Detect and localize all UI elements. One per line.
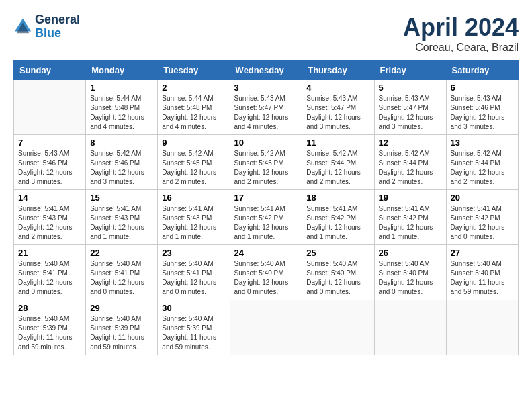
- day-number: 30: [162, 303, 225, 313]
- logo: General Blue: [13, 13, 80, 40]
- day-info: Sunrise: 5:43 AMSunset: 5:46 PMDaylight:…: [451, 94, 514, 132]
- day-header-tuesday: Tuesday: [158, 61, 230, 80]
- day-info: Sunrise: 5:40 AMSunset: 5:40 PMDaylight:…: [379, 259, 442, 297]
- logo-icon: [13, 17, 32, 36]
- day-cell: 2Sunrise: 5:44 AMSunset: 5:48 PMDaylight…: [158, 80, 230, 135]
- day-header-sunday: Sunday: [14, 61, 86, 80]
- day-cell: [302, 300, 374, 355]
- week-row-2: 7Sunrise: 5:43 AMSunset: 5:46 PMDaylight…: [14, 135, 519, 190]
- day-number: 23: [162, 248, 225, 258]
- day-cell: 1Sunrise: 5:44 AMSunset: 5:48 PMDaylight…: [86, 80, 158, 135]
- day-number: 11: [306, 138, 369, 148]
- day-number: 12: [379, 138, 442, 148]
- page-header: General Blue April 2024 Coreau, Ceara, B…: [13, 13, 519, 54]
- day-number: 27: [451, 248, 514, 258]
- day-info: Sunrise: 5:42 AMSunset: 5:44 PMDaylight:…: [379, 149, 442, 187]
- day-cell: 27Sunrise: 5:40 AMSunset: 5:40 PMDayligh…: [446, 245, 518, 300]
- day-number: 16: [162, 193, 225, 203]
- week-row-5: 28Sunrise: 5:40 AMSunset: 5:39 PMDayligh…: [14, 300, 519, 355]
- location: Coreau, Ceara, Brazil: [403, 42, 519, 54]
- week-row-3: 14Sunrise: 5:41 AMSunset: 5:43 PMDayligh…: [14, 190, 519, 245]
- logo-text-blue: Blue: [35, 27, 80, 40]
- day-header-thursday: Thursday: [302, 61, 374, 80]
- day-number: 15: [90, 193, 153, 203]
- day-number: 29: [90, 303, 153, 313]
- day-number: 6: [451, 83, 514, 93]
- day-number: 24: [234, 248, 298, 258]
- day-info: Sunrise: 5:41 AMSunset: 5:43 PMDaylight:…: [18, 204, 81, 242]
- day-info: Sunrise: 5:43 AMSunset: 5:47 PMDaylight:…: [379, 94, 442, 132]
- day-cell: 14Sunrise: 5:41 AMSunset: 5:43 PMDayligh…: [14, 190, 86, 245]
- day-cell: 13Sunrise: 5:42 AMSunset: 5:44 PMDayligh…: [446, 135, 518, 190]
- day-info: Sunrise: 5:44 AMSunset: 5:48 PMDaylight:…: [90, 94, 153, 132]
- day-cell: 18Sunrise: 5:41 AMSunset: 5:42 PMDayligh…: [302, 190, 374, 245]
- week-row-4: 21Sunrise: 5:40 AMSunset: 5:41 PMDayligh…: [14, 245, 519, 300]
- day-info: Sunrise: 5:41 AMSunset: 5:43 PMDaylight:…: [162, 204, 225, 242]
- title-block: April 2024 Coreau, Ceara, Brazil: [403, 13, 519, 54]
- day-info: Sunrise: 5:41 AMSunset: 5:42 PMDaylight:…: [234, 204, 298, 242]
- day-cell: 5Sunrise: 5:43 AMSunset: 5:47 PMDaylight…: [374, 80, 446, 135]
- day-number: 21: [18, 248, 81, 258]
- day-cell: 20Sunrise: 5:41 AMSunset: 5:42 PMDayligh…: [446, 190, 518, 245]
- day-header-monday: Monday: [86, 61, 158, 80]
- day-cell: 22Sunrise: 5:40 AMSunset: 5:41 PMDayligh…: [86, 245, 158, 300]
- day-info: Sunrise: 5:41 AMSunset: 5:43 PMDaylight:…: [90, 204, 153, 242]
- day-cell: 24Sunrise: 5:40 AMSunset: 5:40 PMDayligh…: [230, 245, 302, 300]
- day-cell: 29Sunrise: 5:40 AMSunset: 5:39 PMDayligh…: [86, 300, 158, 355]
- day-info: Sunrise: 5:40 AMSunset: 5:40 PMDaylight:…: [306, 259, 369, 297]
- day-cell: [446, 300, 518, 355]
- month-title: April 2024: [403, 13, 519, 42]
- day-number: 9: [162, 138, 225, 148]
- day-cell: 7Sunrise: 5:43 AMSunset: 5:46 PMDaylight…: [14, 135, 86, 190]
- day-number: 18: [306, 193, 369, 203]
- day-info: Sunrise: 5:40 AMSunset: 5:41 PMDaylight:…: [18, 259, 81, 297]
- day-cell: [374, 300, 446, 355]
- header-row: SundayMondayTuesdayWednesdayThursdayFrid…: [14, 61, 519, 80]
- day-info: Sunrise: 5:44 AMSunset: 5:48 PMDaylight:…: [162, 94, 225, 132]
- day-cell: 19Sunrise: 5:41 AMSunset: 5:42 PMDayligh…: [374, 190, 446, 245]
- day-info: Sunrise: 5:43 AMSunset: 5:47 PMDaylight:…: [306, 94, 369, 132]
- day-cell: 25Sunrise: 5:40 AMSunset: 5:40 PMDayligh…: [302, 245, 374, 300]
- day-number: 8: [90, 138, 153, 148]
- day-number: 22: [90, 248, 153, 258]
- day-cell: 16Sunrise: 5:41 AMSunset: 5:43 PMDayligh…: [158, 190, 230, 245]
- day-cell: 8Sunrise: 5:42 AMSunset: 5:46 PMDaylight…: [86, 135, 158, 190]
- day-number: 25: [306, 248, 369, 258]
- day-info: Sunrise: 5:40 AMSunset: 5:40 PMDaylight:…: [451, 259, 514, 297]
- day-info: Sunrise: 5:42 AMSunset: 5:44 PMDaylight:…: [451, 149, 514, 187]
- day-cell: 21Sunrise: 5:40 AMSunset: 5:41 PMDayligh…: [14, 245, 86, 300]
- day-number: 13: [451, 138, 514, 148]
- day-number: 28: [18, 303, 81, 313]
- day-number: 5: [379, 83, 442, 93]
- day-cell: 4Sunrise: 5:43 AMSunset: 5:47 PMDaylight…: [302, 80, 374, 135]
- day-number: 2: [162, 83, 225, 93]
- day-info: Sunrise: 5:42 AMSunset: 5:44 PMDaylight:…: [306, 149, 369, 187]
- week-row-1: 1Sunrise: 5:44 AMSunset: 5:48 PMDaylight…: [14, 80, 519, 135]
- day-cell: 30Sunrise: 5:40 AMSunset: 5:39 PMDayligh…: [158, 300, 230, 355]
- day-info: Sunrise: 5:40 AMSunset: 5:41 PMDaylight:…: [162, 259, 225, 297]
- day-number: 17: [234, 193, 298, 203]
- day-info: Sunrise: 5:42 AMSunset: 5:45 PMDaylight:…: [162, 149, 225, 187]
- day-cell: 12Sunrise: 5:42 AMSunset: 5:44 PMDayligh…: [374, 135, 446, 190]
- day-info: Sunrise: 5:43 AMSunset: 5:47 PMDaylight:…: [234, 94, 298, 132]
- day-info: Sunrise: 5:40 AMSunset: 5:39 PMDaylight:…: [18, 314, 81, 352]
- day-info: Sunrise: 5:40 AMSunset: 5:39 PMDaylight:…: [90, 314, 153, 352]
- day-info: Sunrise: 5:42 AMSunset: 5:45 PMDaylight:…: [234, 149, 298, 187]
- day-number: 3: [234, 83, 298, 93]
- day-header-saturday: Saturday: [446, 61, 518, 80]
- day-info: Sunrise: 5:41 AMSunset: 5:42 PMDaylight:…: [306, 204, 369, 242]
- day-cell: 11Sunrise: 5:42 AMSunset: 5:44 PMDayligh…: [302, 135, 374, 190]
- day-info: Sunrise: 5:43 AMSunset: 5:46 PMDaylight:…: [18, 149, 81, 187]
- day-cell: 3Sunrise: 5:43 AMSunset: 5:47 PMDaylight…: [230, 80, 302, 135]
- day-cell: 10Sunrise: 5:42 AMSunset: 5:45 PMDayligh…: [230, 135, 302, 190]
- day-cell: 28Sunrise: 5:40 AMSunset: 5:39 PMDayligh…: [14, 300, 86, 355]
- day-cell: 6Sunrise: 5:43 AMSunset: 5:46 PMDaylight…: [446, 80, 518, 135]
- day-info: Sunrise: 5:40 AMSunset: 5:40 PMDaylight:…: [234, 259, 298, 297]
- day-number: 1: [90, 83, 153, 93]
- day-number: 7: [18, 138, 81, 148]
- day-number: 14: [18, 193, 81, 203]
- day-header-wednesday: Wednesday: [230, 61, 302, 80]
- day-cell: 17Sunrise: 5:41 AMSunset: 5:42 PMDayligh…: [230, 190, 302, 245]
- day-info: Sunrise: 5:41 AMSunset: 5:42 PMDaylight:…: [379, 204, 442, 242]
- day-number: 20: [451, 193, 514, 203]
